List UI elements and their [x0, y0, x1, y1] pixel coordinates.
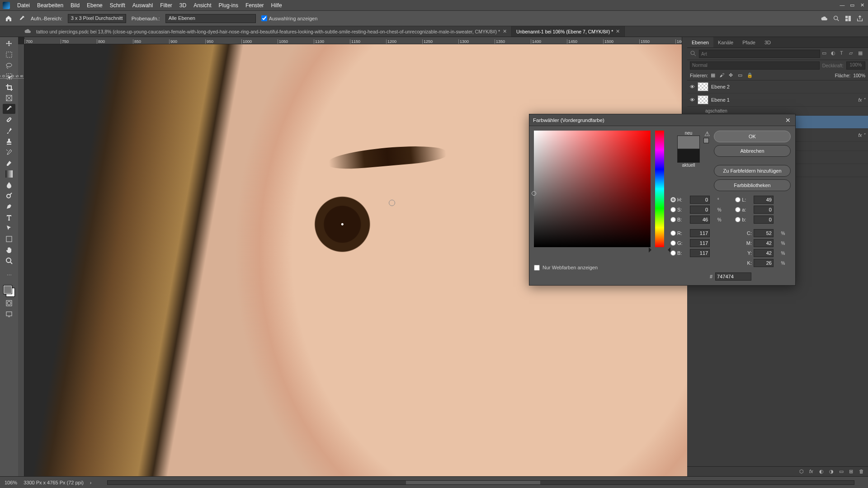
- websafe-cube-icon[interactable]: [703, 138, 709, 143]
- g-input[interactable]: [690, 239, 710, 247]
- eyedropper-tool[interactable]: [3, 104, 15, 114]
- menu-item[interactable]: Ebene: [83, 2, 106, 9]
- hand-tool[interactable]: [3, 245, 15, 255]
- visibility-icon[interactable]: 👁: [690, 84, 695, 89]
- color-libraries-button[interactable]: Farbbibliotheken: [714, 179, 791, 191]
- stamp-tool[interactable]: [3, 136, 15, 146]
- zoom-level[interactable]: 106%: [5, 480, 17, 485]
- lock-artboard-icon[interactable]: ▭: [738, 72, 744, 79]
- fx-icon[interactable]: fx: [809, 469, 816, 475]
- type-tool[interactable]: [3, 212, 15, 222]
- add-swatch-button[interactable]: Zu Farbfeldern hinzufügen: [714, 165, 791, 177]
- link-layers-icon[interactable]: ⬡: [799, 469, 806, 475]
- lab-b-input[interactable]: [754, 216, 774, 224]
- group-icon[interactable]: ▭: [839, 469, 845, 475]
- current-color-swatch[interactable]: [677, 149, 700, 163]
- r-input[interactable]: [690, 229, 710, 237]
- blue-input[interactable]: [690, 249, 710, 257]
- layer-row[interactable]: 👁Ebene 2: [687, 80, 868, 94]
- dialog-close-icon[interactable]: ✕: [784, 117, 792, 124]
- close-icon[interactable]: ✕: [859, 2, 865, 8]
- color-swatches[interactable]: [3, 285, 15, 297]
- delete-layer-icon[interactable]: 🗑: [859, 469, 865, 475]
- saturation-value-field[interactable]: [534, 131, 651, 247]
- brush-tool[interactable]: [3, 126, 15, 136]
- h-input[interactable]: [690, 196, 710, 204]
- gradient-tool[interactable]: [3, 169, 15, 179]
- menu-item[interactable]: Bearbeiten: [33, 2, 67, 9]
- history-brush-tool[interactable]: [3, 147, 15, 157]
- fx-badge[interactable]: fx ˅: [858, 98, 865, 103]
- hue-pointer[interactable]: [653, 247, 666, 253]
- tab-close-icon[interactable]: ✕: [503, 28, 507, 34]
- quick-mask[interactable]: [3, 298, 15, 308]
- a-radio[interactable]: [735, 207, 741, 212]
- filter-adjust-icon[interactable]: ◐: [831, 50, 838, 57]
- path-select-tool[interactable]: [3, 223, 15, 233]
- scrollbar-thumb[interactable]: [406, 481, 540, 484]
- pen-tool[interactable]: [3, 202, 15, 211]
- crop-tool[interactable]: [3, 82, 15, 92]
- l-radio[interactable]: [735, 197, 741, 202]
- m-input[interactable]: [754, 239, 774, 247]
- menu-item[interactable]: 3D: [176, 2, 190, 9]
- hex-input[interactable]: [715, 272, 751, 281]
- eyedropper-tool-icon[interactable]: [18, 15, 25, 22]
- dialog-titlebar[interactable]: Farbwähler (Vordergrundfarbe) ✕: [529, 114, 795, 126]
- menu-item[interactable]: Filter: [156, 2, 176, 9]
- k-input[interactable]: [754, 259, 774, 267]
- document-tab[interactable]: tattoo und piercings.psdc bei 13,8% (clo…: [20, 26, 512, 37]
- r-radio[interactable]: [670, 230, 676, 236]
- b-radio[interactable]: [670, 217, 676, 222]
- menu-item[interactable]: Fenster: [242, 2, 268, 9]
- layer-name[interactable]: Ebene 2: [711, 84, 730, 89]
- panel-tab-paths[interactable]: Pfade: [738, 37, 760, 47]
- blur-tool[interactable]: [3, 180, 15, 190]
- new-layer-icon[interactable]: ⊞: [849, 469, 855, 475]
- cancel-button[interactable]: Abbrechen: [714, 145, 791, 157]
- shape-tool[interactable]: [3, 234, 15, 244]
- layer-thumbnail[interactable]: [698, 82, 708, 91]
- show-ring-input[interactable]: [261, 15, 267, 21]
- frame-tool[interactable]: [3, 93, 15, 103]
- minimize-icon[interactable]: —: [839, 2, 845, 8]
- dodge-tool[interactable]: [3, 191, 15, 201]
- lock-paint-icon[interactable]: 🖌: [720, 72, 726, 79]
- y-input[interactable]: [754, 249, 774, 257]
- horizontal-scrollbar[interactable]: [107, 480, 854, 485]
- sv-indicator[interactable]: [532, 191, 536, 196]
- layer-thumbnail[interactable]: [698, 95, 708, 104]
- mask-icon[interactable]: ◐: [819, 469, 826, 475]
- adjustment-icon[interactable]: ◑: [829, 469, 835, 475]
- filter-image-icon[interactable]: ▭: [822, 50, 829, 57]
- lock-all-icon[interactable]: 🔒: [747, 72, 753, 79]
- blend-mode-select[interactable]: Normal: [690, 61, 820, 70]
- bb-radio[interactable]: [670, 250, 676, 256]
- show-ring-checkbox[interactable]: Auswahlring anzeigen: [261, 15, 318, 21]
- menu-item[interactable]: Schrift: [106, 2, 129, 9]
- document-tab[interactable]: Unbenannt-1 bei 106% (Ebene 7, CMYK/8#) …: [512, 26, 625, 37]
- menu-item[interactable]: Datei: [14, 2, 33, 9]
- edit-toolbar[interactable]: ⋯: [3, 270, 15, 280]
- tab-close-icon[interactable]: ✕: [616, 28, 620, 34]
- panel-tab-layers[interactable]: Ebenen: [687, 37, 713, 47]
- l-input[interactable]: [754, 196, 774, 204]
- cloud-icon[interactable]: [821, 15, 828, 22]
- document-info[interactable]: 3300 Px x 4765 Px (72 ppi): [24, 480, 84, 485]
- hue-slider[interactable]: [655, 131, 664, 247]
- menu-item[interactable]: Plug-ins: [215, 2, 242, 9]
- c-input[interactable]: [754, 229, 774, 237]
- panel-tab-3d[interactable]: 3D: [760, 37, 775, 47]
- opacity-input[interactable]: 100%: [846, 61, 865, 70]
- ok-button[interactable]: OK: [714, 131, 791, 142]
- s-input[interactable]: [690, 206, 710, 214]
- fill-input[interactable]: 100%: [853, 73, 865, 78]
- new-color-swatch[interactable]: [677, 136, 700, 149]
- maximize-icon[interactable]: ▭: [849, 2, 855, 8]
- menu-item[interactable]: Ansicht: [190, 2, 215, 9]
- layer-row[interactable]: 👁Ebene 1fx ˅: [687, 94, 868, 107]
- sample-size-select[interactable]: 3 x 3 Pixel Durchschnitt: [68, 14, 126, 23]
- workspace-icon[interactable]: [844, 15, 852, 22]
- g-radio[interactable]: [670, 240, 676, 246]
- sample-layers-select[interactable]: Alle Ebenen: [165, 14, 256, 23]
